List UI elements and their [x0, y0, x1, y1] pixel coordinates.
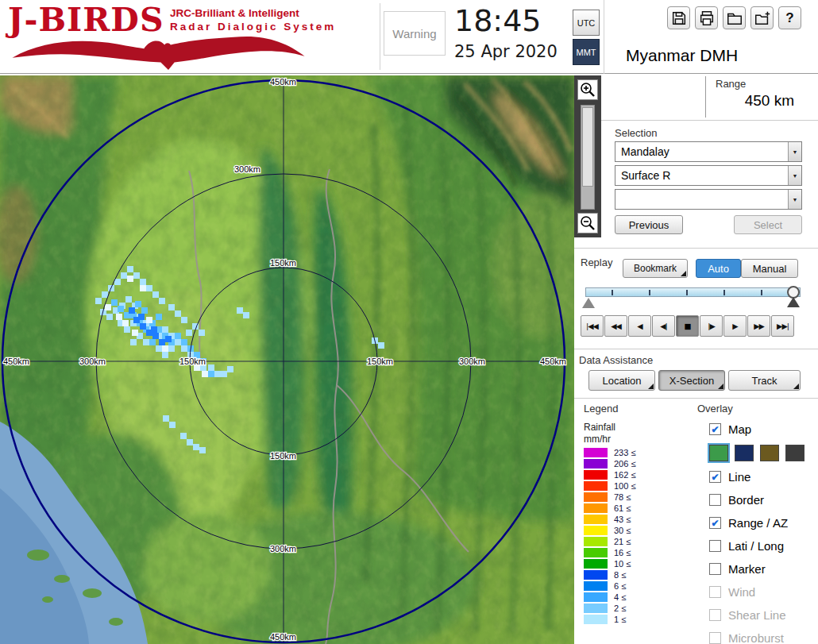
product-dropdown-value: Surface R	[615, 166, 788, 185]
print-button[interactable]	[695, 6, 718, 29]
map-style-dark-blue[interactable]	[735, 445, 754, 461]
play-button[interactable]: ▶	[723, 315, 747, 337]
header-divider	[380, 3, 380, 70]
legend-color-chip	[584, 526, 608, 535]
overlay-item-wind[interactable]: Wind	[709, 580, 818, 604]
legend-entry: 206 ≤	[584, 458, 635, 469]
zoom-in-icon	[579, 81, 596, 98]
app-logo-title: J-BIRDS	[8, 1, 164, 39]
site-dropdown[interactable]: Mandalay ▼	[615, 141, 802, 162]
overlay-item-label: Wind	[728, 585, 755, 599]
legend-color-chip	[584, 515, 608, 524]
checkbox[interactable]	[709, 563, 721, 575]
product-dropdown[interactable]: Surface R ▼	[615, 165, 802, 186]
overlay-item-range-az[interactable]: ✔Range / AZ	[709, 511, 818, 534]
legend-value: 10 ≤	[614, 559, 631, 569]
overlay-item-label: Lati / Long	[728, 539, 784, 553]
checkbox[interactable]: ✔	[709, 471, 721, 483]
overlay-item-microburst[interactable]: Microburst	[709, 627, 818, 644]
checkbox[interactable]	[709, 586, 721, 598]
site-dropdown-value: Mandalay	[615, 142, 788, 161]
map-style-dark-gray[interactable]	[785, 445, 804, 461]
open-folder-button[interactable]	[723, 6, 746, 29]
ring-label: 150km	[270, 258, 296, 268]
previous-button[interactable]: Previous	[615, 215, 683, 234]
separator	[574, 398, 818, 399]
ring-label: 300km	[270, 544, 296, 553]
map-style-swatches	[709, 441, 818, 465]
legend-color-chip	[584, 604, 608, 613]
map-style-olive[interactable]	[760, 445, 779, 461]
stop-button[interactable]: ■	[676, 315, 699, 337]
step-back-button[interactable]: ◀|	[652, 315, 675, 337]
export-button[interactable]	[750, 6, 774, 29]
legend-color-chip	[584, 581, 608, 591]
radar-map-canvas: 450km 300km 150km 450km 300km 150km 150k…	[0, 75, 574, 644]
location-button[interactable]: Location	[588, 370, 655, 391]
legend-entry: 30 ≤	[584, 525, 635, 536]
legend-value: 78 ≤	[614, 492, 631, 502]
range-label: Range	[716, 78, 746, 90]
eagle-logo-icon	[6, 35, 312, 71]
fast-forward-button[interactable]: ▶▶	[747, 315, 770, 337]
skip-first-button[interactable]: |◀◀	[581, 315, 604, 337]
radar-map[interactable]: 450km 300km 150km 450km 300km 150km 150k…	[0, 75, 574, 644]
checkbox[interactable]: ✔	[709, 423, 721, 435]
zoom-out-button[interactable]	[577, 213, 598, 233]
skip-last-button[interactable]: ▶▶|	[771, 315, 794, 337]
fast-rewind-button[interactable]: ◀◀	[604, 315, 627, 337]
ring-label: 150km	[270, 451, 296, 461]
bookmark-button[interactable]: Bookmark	[623, 259, 688, 278]
ring-label: 450km	[3, 357, 29, 366]
checkbox[interactable]: ✔	[709, 517, 721, 529]
header-divider	[604, 0, 604, 74]
timeline-tick	[686, 290, 688, 295]
legend-color-chip	[584, 470, 608, 480]
overlay-item-line[interactable]: ✔Line	[709, 465, 818, 488]
legend-value: 21 ≤	[614, 537, 631, 546]
play-reverse-button[interactable]: ◀	[628, 315, 651, 337]
legend-color-chip	[584, 548, 608, 557]
zoom-out-icon	[579, 214, 596, 232]
save-button[interactable]	[667, 6, 690, 29]
warning-label: Warning	[392, 27, 436, 40]
timeline-slider[interactable]	[585, 287, 801, 297]
auto-mode-button[interactable]: Auto	[696, 259, 741, 278]
ring-label: 300km	[234, 164, 260, 174]
zoom-slider[interactable]	[581, 105, 595, 210]
checkbox[interactable]	[709, 494, 721, 506]
overlay-item-border[interactable]: Border	[709, 488, 818, 511]
zoom-strip	[574, 75, 601, 237]
mmt-toggle-button[interactable]: MMT	[573, 39, 600, 65]
x-section-button[interactable]: X-Section	[658, 370, 725, 391]
utc-toggle-button[interactable]: UTC	[573, 10, 600, 36]
chevron-down-icon[interactable]: ▼	[788, 190, 801, 209]
separator	[574, 349, 818, 349]
timeline-end-marker[interactable]	[787, 297, 800, 307]
ring-label: 300km	[459, 357, 485, 366]
checkbox[interactable]	[709, 609, 721, 621]
timeline-start-marker[interactable]	[582, 298, 595, 308]
zoom-slider-thumb[interactable]	[582, 107, 593, 187]
timeline-tick	[723, 290, 725, 295]
select-button[interactable]: Select	[734, 215, 802, 234]
extra-dropdown[interactable]: ▼	[615, 189, 802, 210]
legend-value: 2 ≤	[614, 604, 626, 613]
step-forward-button[interactable]: |▶	[700, 315, 723, 337]
legend-entry: 21 ≤	[584, 536, 635, 547]
overlay-item-lati-long[interactable]: Lati / Long	[709, 534, 818, 557]
overlay-item-marker[interactable]: Marker	[709, 557, 818, 580]
help-button[interactable]: ?	[778, 6, 801, 29]
map-style-terrain-green[interactable]	[709, 445, 728, 461]
checkbox[interactable]	[709, 632, 721, 644]
checkbox[interactable]	[709, 540, 721, 552]
manual-mode-button[interactable]: Manual	[741, 259, 798, 278]
track-button[interactable]: Track	[728, 370, 801, 391]
chevron-down-icon[interactable]: ▼	[788, 166, 801, 185]
overlay-item-map[interactable]: ✔Map	[709, 418, 818, 441]
zoom-in-button[interactable]	[577, 79, 598, 100]
overlay-item-shear-line[interactable]: Shear Line	[709, 604, 818, 627]
overlay-item-label: Range / AZ	[728, 516, 788, 530]
overlay-item-label: Border	[728, 493, 764, 507]
chevron-down-icon[interactable]: ▼	[788, 142, 801, 161]
